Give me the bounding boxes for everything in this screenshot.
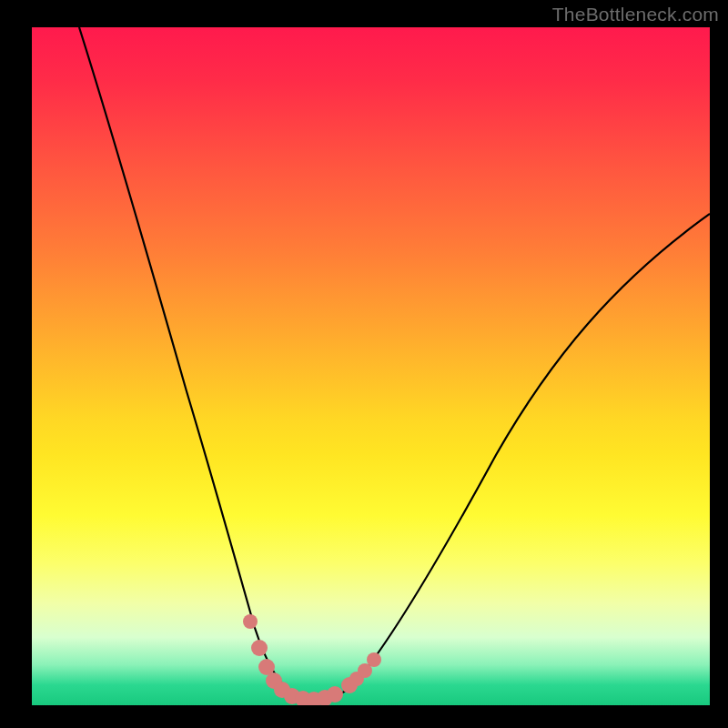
curve-right bbox=[309, 214, 710, 701]
svg-point-0 bbox=[243, 614, 258, 629]
svg-point-1 bbox=[251, 640, 268, 656]
curve-left bbox=[79, 27, 309, 701]
plot-area bbox=[32, 27, 710, 705]
chart-frame: TheBottleneck.com bbox=[0, 0, 728, 728]
marker-group bbox=[243, 614, 381, 705]
watermark-text: TheBottleneck.com bbox=[552, 4, 719, 25]
svg-point-9 bbox=[327, 686, 343, 703]
bottleneck-curve-svg bbox=[32, 27, 710, 705]
svg-point-13 bbox=[367, 652, 381, 667]
